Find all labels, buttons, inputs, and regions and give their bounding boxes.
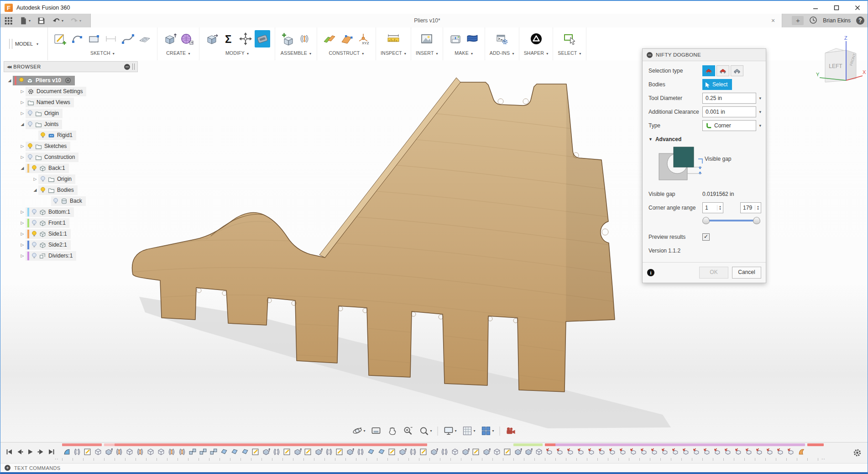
expander-icon[interactable]: ▷ <box>19 253 26 258</box>
timeline-feature-combine[interactable] <box>545 448 554 458</box>
tree-row-construction[interactable]: ▷Construction <box>4 152 138 163</box>
timeline-feature-chamfer[interactable] <box>220 448 228 458</box>
timeline-feature-combine[interactable] <box>576 448 585 458</box>
measure-icon[interactable] <box>386 30 401 47</box>
browser-header[interactable]: ◀◀ BROWSER <box>4 61 138 72</box>
timeline-feature-combine[interactable] <box>713 448 722 458</box>
timeline-feature-combine[interactable] <box>744 448 753 458</box>
tree-row-rigid1[interactable]: Rigid1 <box>4 130 138 141</box>
tree-row-sketches[interactable]: ▷Sketches <box>4 141 138 152</box>
type-dropdown-icon[interactable]: ▾ <box>759 123 761 128</box>
press-pull-icon[interactable] <box>204 30 220 47</box>
visibility-bulb-on-icon[interactable] <box>19 77 24 84</box>
menu-sketch[interactable]: SKETCH ▾ <box>90 50 115 56</box>
menu-shaper[interactable]: SHAPER ▾ <box>524 50 549 56</box>
zoom-icon[interactable] <box>401 425 414 437</box>
plane-angle-icon[interactable] <box>339 30 354 47</box>
expander-icon[interactable]: ▷ <box>19 232 26 236</box>
timeline-feature-mirror[interactable] <box>440 448 449 458</box>
corner-angle-slider[interactable] <box>703 216 759 224</box>
collapse-all-icon[interactable] <box>124 64 130 70</box>
tree-node[interactable]: Side1:1 <box>26 229 71 239</box>
menu-modify[interactable]: MODIFY ▾ <box>225 50 249 56</box>
expander-icon[interactable]: ▷ <box>19 210 26 214</box>
maximize-button[interactable] <box>826 1 847 15</box>
tool-diameter-input[interactable]: 0.25 in <box>702 93 756 104</box>
timeline-feature-combine[interactable] <box>639 448 648 458</box>
timeline-feature-sketch[interactable] <box>303 448 312 458</box>
menu-inspect[interactable]: INSPECT ▾ <box>381 50 406 56</box>
slider-handle-max[interactable] <box>753 217 760 224</box>
tree-row-joints[interactable]: ◢Joints <box>4 119 138 130</box>
menu-make[interactable]: MAKE ▾ <box>455 50 473 56</box>
timeline-feature-extrude[interactable] <box>524 448 533 458</box>
file-new-icon[interactable]: ▾ <box>18 16 32 26</box>
timeline-feature-combine[interactable] <box>723 448 732 458</box>
redo-icon[interactable]: ▾ <box>68 16 83 26</box>
tree-node[interactable]: Bottom:1 <box>26 207 74 217</box>
visibility-bulb-off-icon[interactable] <box>31 220 37 226</box>
menu-insert[interactable]: INSERT ▾ <box>416 50 438 56</box>
timeline-feature-mirror[interactable] <box>272 448 281 458</box>
play-icon[interactable] <box>26 448 34 457</box>
timeline-feature-combine[interactable] <box>555 448 564 458</box>
expander-icon[interactable]: ◢ <box>32 188 38 192</box>
dialog-collapse-icon[interactable] <box>647 52 653 58</box>
timeline-feature-combine[interactable] <box>734 448 743 458</box>
timeline-feature-chamfer[interactable] <box>377 448 386 458</box>
tree-node[interactable]: Joints <box>26 120 62 129</box>
timeline-feature-sketch[interactable] <box>503 448 512 458</box>
text-commands-label[interactable]: TEXT COMMANDS <box>14 465 61 471</box>
tree-node[interactable]: Back <box>51 196 86 206</box>
tree-node[interactable]: Document Settings <box>26 87 86 96</box>
expander-icon[interactable]: ▷ <box>19 89 26 94</box>
timeline-feature-extrude[interactable] <box>482 448 491 458</box>
expander-icon[interactable]: ▷ <box>19 111 26 116</box>
timeline-feature-mirror[interactable] <box>408 448 417 458</box>
timeline-feature-combine[interactable] <box>618 448 627 458</box>
plane-offset-icon[interactable] <box>322 30 337 47</box>
tree-row-back[interactable]: Back <box>4 195 138 206</box>
selection-option-1[interactable] <box>702 65 715 76</box>
visibility-bulb-on-icon[interactable] <box>40 187 46 193</box>
cancel-button[interactable]: Cancel <box>732 267 761 279</box>
timeline-feature-combine[interactable] <box>765 448 774 458</box>
additional-clearance-input[interactable]: 0.001 in <box>702 106 756 117</box>
view-cube[interactable]: LEFT FRONT Z X Y <box>815 35 866 86</box>
selection-option-3[interactable] <box>731 65 743 76</box>
timeline-feature-chamfer[interactable] <box>241 448 249 458</box>
menu-select[interactable]: SELECT ▾ <box>558 50 581 56</box>
timeline-feature-fillet[interactable] <box>62 448 71 458</box>
corner-angle-max-spinner[interactable]: 179 ▲▼ <box>740 202 761 213</box>
rectangle-icon[interactable] <box>86 30 102 47</box>
orbit-icon[interactable]: ▾ <box>350 425 366 437</box>
expander-icon[interactable]: ▷ <box>19 144 26 148</box>
tree-row-back-1[interactable]: ◢Back:1 <box>4 163 138 174</box>
undo-icon[interactable]: ▾ <box>51 16 65 26</box>
dialog-header[interactable]: NIFTY DOGBONE <box>643 49 766 61</box>
timeline-feature-box[interactable] <box>125 448 134 458</box>
timeline-feature-extrude[interactable] <box>398 448 407 458</box>
tree-row-front-1[interactable]: ▷Front:1 <box>4 217 138 228</box>
slider-track[interactable] <box>705 220 758 221</box>
timeline-feature-extrude[interactable] <box>293 448 302 458</box>
tree-row-side1-1[interactable]: ▷Side1:1 <box>4 228 138 239</box>
visibility-bulb-off-icon[interactable] <box>31 242 37 248</box>
timeline-feature-joint[interactable] <box>178 448 186 458</box>
timeline-feature-extrude[interactable] <box>461 448 470 458</box>
info-icon[interactable]: i <box>647 269 654 276</box>
joint-icon[interactable] <box>297 30 312 47</box>
close-button[interactable] <box>847 1 868 15</box>
timeline-feature-combine[interactable] <box>681 448 690 458</box>
user-name[interactable]: Brian Ekins <box>823 17 851 24</box>
recent-data-icon[interactable] <box>809 16 817 26</box>
menu-create[interactable]: CREATE ▾ <box>166 50 190 56</box>
extrude-icon[interactable] <box>162 30 178 47</box>
help-icon[interactable]: ? <box>856 16 864 25</box>
activate-component-radio[interactable] <box>63 77 71 84</box>
tree-node[interactable]: Dividers:1 <box>26 251 76 261</box>
timeline-feature-box[interactable] <box>157 448 165 458</box>
sigma-parameters-icon[interactable]: Σ <box>221 30 236 47</box>
visibility-bulb-on-icon[interactable] <box>27 143 33 149</box>
look-at-icon[interactable] <box>369 425 382 437</box>
